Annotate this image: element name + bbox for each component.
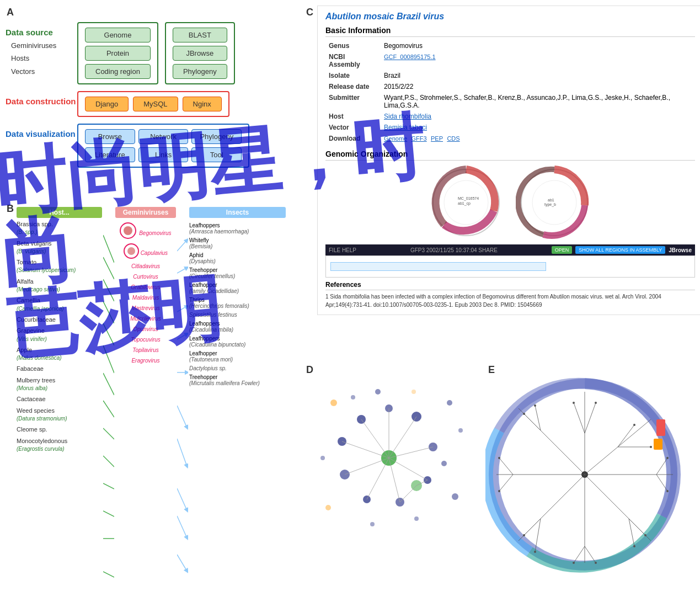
- host-item-mulberry[interactable]: Mulberry trees(Morus alba): [17, 376, 102, 392]
- insect-item-6[interactable]: Spissistilus festinus: [189, 312, 286, 318]
- insects-column: Insects Leafhoppers(Amrasca haemorrhaga)…: [189, 207, 286, 602]
- insect-item-7[interactable]: Leafhoppers(Cicadulina mbila): [189, 321, 286, 333]
- insect-item-11[interactable]: Treehopper(Micrutalis malleifera Fowler): [189, 374, 286, 386]
- gemi-erago[interactable]: Eragrovirus: [131, 358, 159, 364]
- svg-rect-68: [654, 439, 662, 450]
- network-btn[interactable]: Network: [138, 129, 189, 144]
- svg-line-92: [524, 414, 541, 430]
- genomic-circle-2: ab1 type_b: [516, 164, 593, 241]
- host-item-apple[interactable]: Apple(Malus domestica): [17, 346, 102, 362]
- svg-line-24: [177, 306, 187, 312]
- phylogeny-btn[interactable]: Phylogeny: [173, 64, 227, 79]
- download-pep-link[interactable]: PEP: [431, 135, 443, 142]
- gemi-mastre[interactable]: Mastrevirus: [131, 305, 160, 311]
- submitter-label: Submitter: [325, 92, 381, 111]
- vector-link[interactable]: Bemisia tabaci: [384, 124, 427, 131]
- insect-item-5[interactable]: Thrips(Hercinothrips femoralis): [189, 297, 286, 309]
- protein-btn[interactable]: Protein: [85, 46, 151, 61]
- host-item-camellia[interactable]: Camellia(Camellia japonica): [17, 296, 102, 312]
- django-btn[interactable]: Django: [85, 97, 129, 111]
- svg-point-52: [447, 400, 452, 406]
- browse-btn[interactable]: Browse: [85, 129, 135, 144]
- svg-line-45: [389, 447, 433, 458]
- insect-item-0[interactable]: Leafhoppers(Amrasca haemorrhaga): [189, 222, 286, 235]
- host-item-fabaceae[interactable]: Fabaceae: [17, 365, 102, 372]
- insect-item-8[interactable]: Leafhoppers(Cicadulina bipunctato): [189, 335, 286, 348]
- svg-line-29: [177, 488, 187, 510]
- insect-item-1[interactable]: Whitefly(Bemisia): [189, 237, 286, 249]
- nginx-btn[interactable]: Nginx: [183, 97, 222, 111]
- svg-point-61: [412, 390, 416, 394]
- jbrowse-btn[interactable]: JBrowse: [173, 46, 227, 61]
- gemi-capula[interactable]: Capulavius: [124, 243, 168, 259]
- literature-btn[interactable]: Literature: [85, 147, 135, 162]
- host-label: Host: [325, 111, 381, 122]
- insect-item-2[interactable]: Aphid(Dysaphis): [189, 252, 286, 264]
- insect-item-4[interactable]: Leafhopper(family Cicadellidae): [189, 282, 286, 294]
- show-all-btn[interactable]: SHOW ALL REGIONS IN ASSEMBLY: [575, 246, 665, 254]
- datasource-item-vectors: Vectors: [11, 65, 77, 78]
- insect-item-9[interactable]: Leafhopper(Tautoneura mori): [189, 350, 286, 363]
- gemi-citlada[interactable]: Citladavirus: [131, 263, 160, 269]
- genus-label: Genus: [325, 40, 381, 51]
- svg-line-84: [629, 519, 645, 535]
- mysql-btn[interactable]: MySQL: [133, 97, 178, 111]
- host-item-brassica[interactable]: Brassica spp.(B. spp.): [17, 220, 102, 236]
- host-item-weed[interactable]: Weed species(Datura stramonium): [17, 407, 102, 423]
- host-item-cucurbit[interactable]: Cucurbitaceae: [17, 316, 102, 323]
- datavis-title: Data visualization: [6, 129, 77, 138]
- open-btn[interactable]: OPEN: [552, 246, 573, 254]
- svg-point-105: [534, 551, 536, 553]
- svg-line-90: [499, 458, 513, 475]
- gemi-malda[interactable]: Maldavirus: [132, 295, 159, 301]
- download-cds-link[interactable]: CDS: [447, 135, 459, 142]
- gemi-grabi[interactable]: Grabilovirus: [131, 284, 160, 290]
- host-item-cactaceae[interactable]: Cactaceae: [17, 395, 102, 403]
- svg-line-44: [389, 417, 416, 458]
- ncbi-label: NCBI Assembly: [325, 51, 381, 70]
- host-item-cleome[interactable]: Cleome sp.: [17, 425, 102, 433]
- host-item-alfalfa[interactable]: Alfalfa(Medicago sativa): [17, 278, 102, 294]
- download-genome-link[interactable]: Genome: [384, 135, 407, 142]
- svg-rect-67: [656, 419, 665, 436]
- gemi-curto[interactable]: Curtovirus: [133, 274, 158, 280]
- insect-item-3[interactable]: Treehopper(Circulifer tenellus): [189, 267, 286, 279]
- insect-item-10[interactable]: Dactylopius sp.: [189, 365, 286, 371]
- datasource-title: Data source: [6, 28, 77, 37]
- svg-point-107: [498, 490, 500, 492]
- host-item-mono[interactable]: Monocotyledonous(Eragrostis curvula): [17, 437, 102, 453]
- blast-btn[interactable]: BLAST: [173, 28, 227, 42]
- jbrowse-header-text: GFP3 2002/11/25 10:37:04 SHARE: [410, 247, 498, 253]
- host-item-grapevine[interactable]: Grapevine(Vitis vinifer): [17, 327, 102, 343]
- svg-line-48: [367, 458, 389, 499]
- gemi-opun[interactable]: Opunvirus: [133, 326, 158, 332]
- svg-line-46: [389, 458, 428, 480]
- svg-point-106: [498, 457, 500, 459]
- svg-point-100: [644, 534, 646, 536]
- gemi-begomo[interactable]: Begomovirus: [120, 222, 171, 239]
- links-btn[interactable]: Links: [138, 147, 189, 162]
- host-item-tomato[interactable]: Tomato(Solanum lycopersicum): [17, 258, 102, 274]
- svg-line-14: [103, 373, 114, 395]
- coding-region-btn[interactable]: Coding region: [85, 64, 151, 79]
- svg-line-27: [177, 406, 187, 428]
- svg-line-85: [629, 519, 634, 546]
- svg-point-53: [452, 493, 458, 500]
- references-title: References: [325, 281, 695, 290]
- section-b-label: B: [7, 203, 14, 215]
- host-item-beta[interactable]: Beta vulgaris(B. vulgaris): [17, 239, 102, 255]
- ncbi-link[interactable]: GCF_000895175.1: [384, 54, 436, 60]
- submitter-value: Wyant,P.S., Strohmeler,S., Schafer,B., K…: [381, 92, 695, 111]
- host-link[interactable]: Sida rhombifolia: [384, 113, 431, 120]
- svg-line-18: [103, 483, 114, 489]
- gemi-topile[interactable]: Topilavirus: [132, 347, 158, 353]
- gemi-topoc[interactable]: Topocuvirus: [131, 337, 161, 343]
- phylogeny-vis-btn[interactable]: Phylogeny: [191, 129, 242, 144]
- svg-line-80: [618, 425, 634, 447]
- download-label: Download: [325, 133, 381, 144]
- genomic-org-title: Genomic Organization: [325, 150, 695, 161]
- gemi-mulcri[interactable]: Mulcrilevirus: [130, 316, 161, 322]
- tool-btn[interactable]: Tool: [191, 147, 242, 162]
- download-gff3-link[interactable]: GFF3: [412, 135, 427, 142]
- genome-btn[interactable]: Genome: [85, 28, 151, 42]
